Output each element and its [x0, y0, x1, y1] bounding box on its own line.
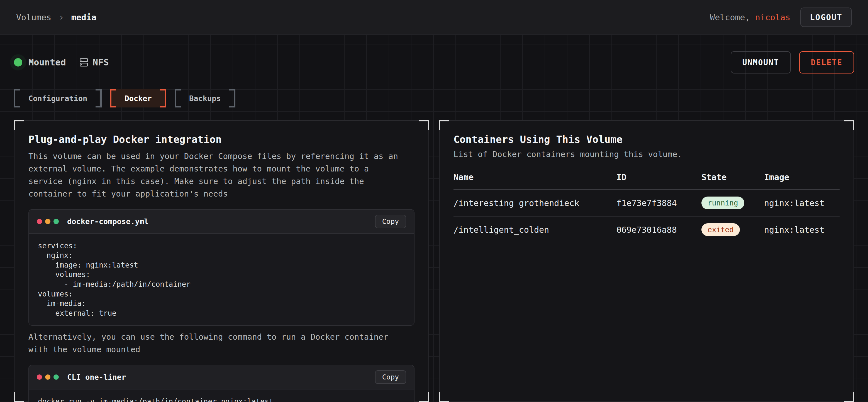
- container-state: running: [702, 197, 764, 209]
- containers-panel-title: Containers Using This Volume: [454, 134, 840, 145]
- tabs: Configuration Docker Backups: [14, 89, 854, 107]
- cli-intro-text: Alternatively, you can use the following…: [28, 331, 402, 356]
- panel-corner-icon: [14, 392, 24, 402]
- containers-table: Name ID State Image /interesting_grothen…: [454, 172, 840, 243]
- breadcrumb-volumes-link[interactable]: Volumes: [16, 12, 51, 22]
- status-badge: exited: [702, 223, 740, 236]
- container-name: /intelligent_colden: [454, 225, 616, 235]
- cli-filename: CLI one-liner: [67, 373, 126, 381]
- cli-code-block: CLI one-liner Copy docker run -v im-medi…: [28, 365, 414, 402]
- mounted-status-dot-icon: [14, 58, 22, 67]
- container-image: nginx:latest: [764, 198, 840, 208]
- docker-panel-description: This volume can be used in your Docker C…: [28, 150, 402, 200]
- traffic-lights: [37, 219, 59, 224]
- panel-corner-icon: [419, 120, 429, 130]
- mounted-status-label: Mounted: [28, 57, 66, 68]
- table-row: /intelligent_colden 069e73016a88 exited …: [454, 216, 840, 243]
- volume-detail-page: Mounted NFS UNMOUNT DELETE Configuration…: [0, 35, 868, 402]
- logout-button[interactable]: LOGOUT: [800, 7, 852, 27]
- unmount-button[interactable]: UNMOUNT: [731, 51, 791, 73]
- docker-panel-title: Plug-and-play Docker integration: [28, 134, 414, 145]
- compose-code-body: services: nginx: image: nginx:latest vol…: [29, 233, 414, 326]
- tab-backups[interactable]: Backups: [175, 89, 236, 107]
- breadcrumb: Volumes › media: [16, 12, 96, 23]
- container-id: f1e73e7f3884: [616, 198, 702, 208]
- traffic-lights: [37, 374, 59, 380]
- table-row: /interesting_grothendieck f1e73e7f3884 r…: [454, 190, 840, 216]
- traffic-light-amber-icon: [45, 219, 51, 224]
- compose-code-header: docker-compose.yml Copy: [29, 210, 414, 233]
- traffic-light-red-icon: [37, 374, 42, 380]
- compose-code-block: docker-compose.yml Copy services: nginx:…: [28, 209, 414, 326]
- status-badge: running: [702, 197, 744, 209]
- cli-code-text: docker run -v im-media:/path/in/containe…: [38, 397, 405, 402]
- container-id: 069e73016a88: [616, 225, 702, 235]
- cli-code-body: docker run -v im-media:/path/in/containe…: [29, 389, 414, 402]
- container-name: /interesting_grothendieck: [454, 198, 616, 208]
- containers-table-header: Name ID State Image: [454, 172, 840, 190]
- tab-docker[interactable]: Docker: [110, 89, 166, 107]
- top-bar: Volumes › media Welcome, nicolas LOGOUT: [0, 0, 868, 35]
- panels: Plug-and-play Docker integration This vo…: [14, 120, 854, 402]
- server-icon: [80, 58, 88, 67]
- panel-corner-icon: [844, 392, 854, 402]
- tab-configuration[interactable]: Configuration: [14, 89, 102, 107]
- delete-button[interactable]: DELETE: [799, 51, 854, 73]
- driver-label: NFS: [93, 57, 109, 68]
- traffic-light-green-icon: [54, 219, 59, 224]
- volume-status-group: Mounted NFS: [14, 57, 109, 68]
- column-header-name: Name: [454, 172, 616, 182]
- traffic-light-green-icon: [54, 374, 59, 380]
- cli-copy-button[interactable]: Copy: [375, 370, 406, 384]
- panel-corner-icon: [439, 392, 449, 402]
- welcome-text: Welcome, nicolas: [710, 12, 790, 22]
- compose-copy-button[interactable]: Copy: [375, 215, 406, 228]
- compose-code-text: services: nginx: image: nginx:latest vol…: [38, 241, 405, 318]
- breadcrumb-current-volume: media: [71, 12, 96, 22]
- container-image: nginx:latest: [764, 225, 840, 235]
- containers-panel-subtitle: List of Docker containers mounting this …: [454, 149, 840, 159]
- username: nicolas: [755, 12, 790, 22]
- container-state: exited: [702, 223, 764, 236]
- docker-integration-panel: Plug-and-play Docker integration This vo…: [14, 120, 429, 402]
- toolbar-row: Mounted NFS UNMOUNT DELETE: [14, 35, 854, 73]
- column-header-id: ID: [616, 172, 702, 182]
- panel-corner-icon: [419, 392, 429, 402]
- volume-actions: UNMOUNT DELETE: [731, 51, 854, 73]
- column-header-state: State: [702, 172, 764, 182]
- panel-corner-icon: [14, 120, 24, 130]
- driver-group: NFS: [80, 57, 109, 68]
- topbar-right: Welcome, nicolas LOGOUT: [710, 7, 852, 27]
- panel-corner-icon: [439, 120, 449, 130]
- welcome-prefix: Welcome,: [710, 12, 750, 22]
- traffic-light-red-icon: [37, 219, 42, 224]
- cli-code-header: CLI one-liner Copy: [29, 365, 414, 389]
- chevron-right-icon: ›: [59, 12, 64, 23]
- compose-filename: docker-compose.yml: [67, 217, 149, 226]
- panel-corner-icon: [844, 120, 854, 130]
- containers-panel: Containers Using This Volume List of Doc…: [439, 120, 854, 402]
- column-header-image: Image: [764, 172, 840, 182]
- traffic-light-amber-icon: [45, 374, 51, 380]
